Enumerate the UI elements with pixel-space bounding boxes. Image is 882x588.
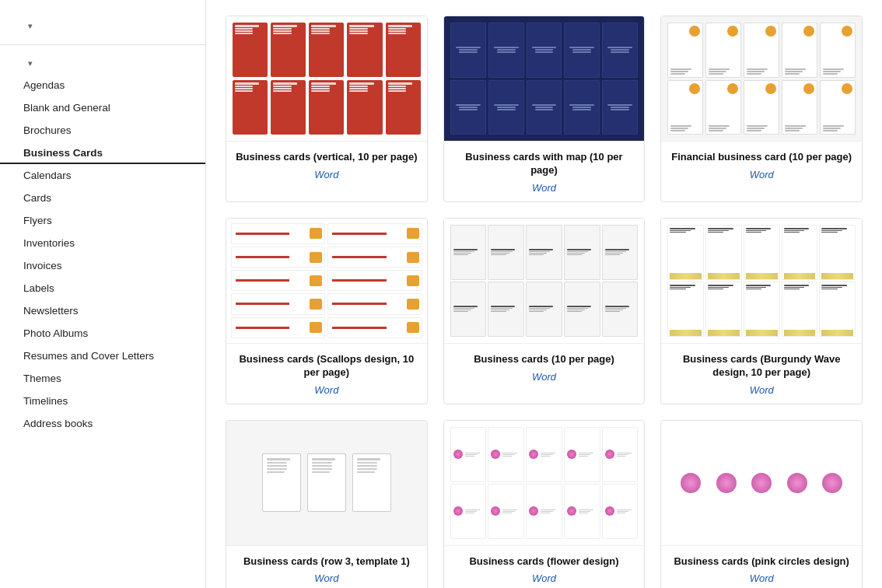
template-title-bc-burgundy-10: Business cards (Burgundy Wave design, 10… — [669, 353, 854, 380]
sidebar-item-brochures[interactable]: Brochures — [0, 119, 205, 142]
template-preview-bc-scallops-10 — [226, 219, 427, 343]
favorites-chevron-icon: ▾ — [28, 22, 33, 30]
sidebar-item-blank-general[interactable]: Blank and General — [0, 96, 205, 119]
template-app-bc-financial-10: Word — [669, 169, 854, 180]
template-preview-bc-pink-circles — [661, 421, 862, 545]
template-app-bc-scallops-10: Word — [234, 384, 419, 396]
template-preview-bc-row3-1 — [226, 421, 427, 545]
template-app-bc-flowers-pink: Word — [452, 572, 637, 584]
template-preview-bc-map-10 — [444, 16, 645, 141]
template-preview-bc-vertical-10 — [226, 16, 427, 141]
template-app-bc-burgundy-10: Word — [669, 384, 854, 396]
template-app-bc-map-10: Word — [452, 182, 637, 194]
template-card-bc-financial-10[interactable]: Financial business card (10 per page)Wor… — [660, 16, 863, 202]
sidebar-item-newsletters[interactable]: Newsletters — [0, 299, 205, 322]
sidebar-item-labels[interactable]: Labels — [0, 277, 205, 299]
template-card-bc-map-10[interactable]: Business cards with map (10 per page)Wor… — [443, 16, 646, 202]
sidebar-item-photo-albums[interactable]: Photo Albums — [0, 322, 205, 345]
template-title-bc-flowers-pink: Business cards (flower design) — [452, 555, 637, 569]
sidebar-item-cards[interactable]: Cards — [0, 187, 205, 209]
sidebar-item-themes[interactable]: Themes — [0, 367, 205, 390]
browse-header[interactable]: ▾ — [0, 53, 205, 74]
sidebar-item-invoices[interactable]: Invoices — [0, 254, 205, 277]
sidebar-item-calendars[interactable]: Calendars — [0, 164, 205, 187]
template-title-bc-pink-circles: Business cards (pink circles design) — [669, 555, 854, 569]
sidebar-divider-1 — [0, 44, 205, 45]
template-title-bc-scallops-10: Business cards (Scallops design, 10 per … — [234, 353, 419, 380]
template-app-bc-pink-circles: Word — [669, 572, 854, 584]
sidebar-item-flyers[interactable]: Flyers — [0, 209, 205, 232]
sidebar-item-business-cards[interactable]: Business Cards — [0, 142, 205, 164]
main-content: Business cards (vertical, 10 per page)Wo… — [206, 0, 882, 588]
template-preview-bc-burgundy-10 — [661, 219, 862, 343]
template-grid: Business cards (vertical, 10 per page)Wo… — [226, 16, 863, 588]
browse-chevron-icon: ▾ — [28, 59, 33, 68]
template-title-bc-map-10: Business cards with map (10 per page) — [452, 151, 637, 177]
template-preview-bc-flowers-pink — [444, 421, 645, 545]
favorites-header[interactable]: ▾ — [0, 16, 205, 37]
template-card-bc-10page[interactable]: Business cards (10 per page)Word — [443, 218, 646, 404]
template-title-bc-vertical-10: Business cards (vertical, 10 per page) — [234, 151, 419, 164]
template-card-bc-row3-1[interactable]: Business cards (row 3, template 1)Word — [226, 420, 428, 588]
template-card-bc-flowers-pink[interactable]: Business cards (flower design)Word — [443, 420, 646, 588]
template-app-bc-vertical-10: Word — [234, 169, 419, 180]
template-preview-bc-10page — [444, 219, 645, 343]
sidebar-item-timelines[interactable]: Timelines — [0, 390, 205, 412]
template-title-bc-row3-1: Business cards (row 3, template 1) — [234, 555, 419, 569]
template-app-bc-row3-1: Word — [234, 572, 419, 584]
template-title-bc-financial-10: Financial business card (10 per page) — [669, 151, 854, 164]
template-card-bc-vertical-10[interactable]: Business cards (vertical, 10 per page)Wo… — [226, 16, 428, 202]
template-title-bc-10page: Business cards (10 per page) — [452, 353, 637, 366]
sidebar: ▾ ▾ AgendasBlank and GeneralBrochuresBus… — [0, 0, 206, 588]
template-card-bc-burgundy-10[interactable]: Business cards (Burgundy Wave design, 10… — [660, 218, 863, 404]
sidebar-item-resumes[interactable]: Resumes and Cover Letters — [0, 345, 205, 367]
sidebar-nav: AgendasBlank and GeneralBrochuresBusines… — [0, 74, 205, 435]
sidebar-item-agendas[interactable]: Agendas — [0, 74, 205, 96]
template-card-bc-pink-circles[interactable]: Business cards (pink circles design)Word — [660, 420, 863, 588]
template-app-bc-10page: Word — [452, 371, 637, 383]
sidebar-item-address-books[interactable]: Address books — [0, 412, 205, 435]
sidebar-item-inventories[interactable]: Inventories — [0, 232, 205, 254]
template-preview-bc-financial-10 — [661, 16, 862, 141]
template-card-bc-scallops-10[interactable]: Business cards (Scallops design, 10 per … — [226, 218, 428, 404]
